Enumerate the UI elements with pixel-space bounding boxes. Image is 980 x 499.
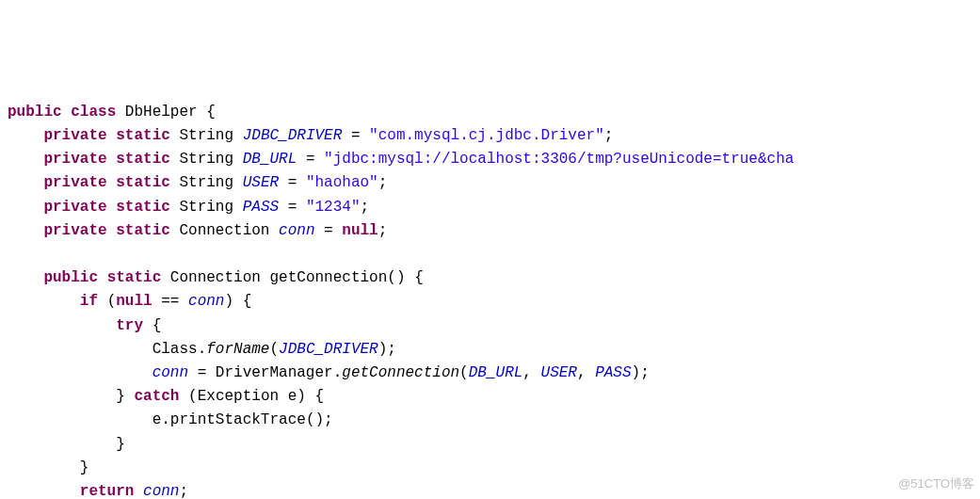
type-exception: Exception: [198, 388, 279, 405]
watermark: @51CTO博客: [898, 472, 974, 495]
field-db-url: DB_URL: [243, 151, 297, 168]
type-connection: Connection: [179, 222, 269, 239]
kw-return: return: [80, 483, 135, 499]
kw-if: if: [80, 293, 98, 310]
kw-public: public: [8, 104, 62, 121]
kw-static: static: [116, 127, 170, 144]
type-drivermanager: DriverManager: [216, 364, 333, 381]
str-user: "haohao": [306, 174, 378, 191]
class-name: DbHelper: [125, 104, 198, 121]
str-url: "jdbc:mysql://localhost:3306/tmp?useUnic…: [324, 151, 794, 168]
method-getconnection: getConnection: [269, 269, 387, 286]
type-string: String: [179, 127, 233, 144]
code-block: public class DbHelper { private static S…: [8, 101, 972, 499]
kw-try: try: [116, 317, 143, 334]
field-pass: PASS: [243, 199, 279, 216]
str-pass: "1234": [306, 199, 361, 216]
var-e: e: [288, 388, 297, 405]
str-driver: "com.mysql.cj.jdbc.Driver": [369, 127, 604, 144]
kw-catch: catch: [134, 388, 179, 405]
call-getconnection: getConnection: [342, 364, 459, 381]
field-user: USER: [243, 174, 279, 191]
call-forname: forName: [206, 341, 269, 358]
kw-private: private: [43, 127, 106, 144]
field-conn: conn: [279, 222, 314, 239]
kw-null: null: [342, 222, 378, 239]
brace-open: {: [206, 104, 216, 121]
call-printstacktrace: printStackTrace: [170, 411, 306, 428]
field-jdbc-driver: JDBC_DRIVER: [243, 127, 343, 144]
type-class: Class: [153, 341, 198, 358]
kw-class: class: [71, 104, 116, 121]
